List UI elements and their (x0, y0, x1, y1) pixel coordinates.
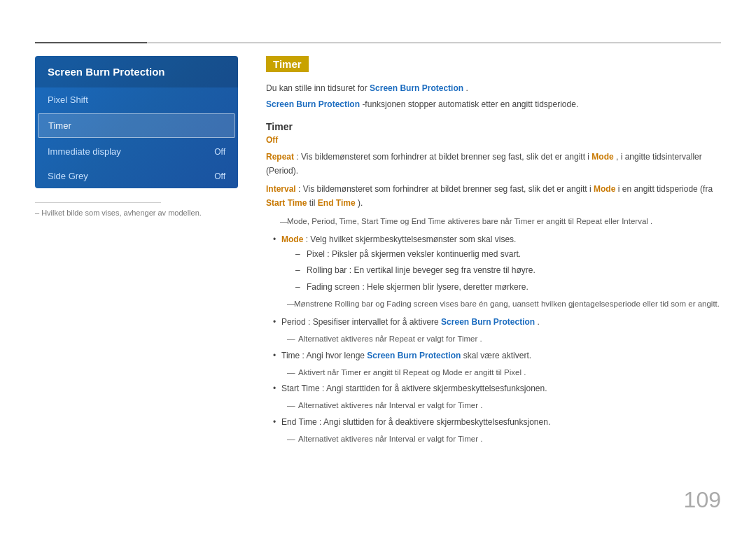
sidebar-item-label: Immediate display (48, 146, 121, 157)
time-bullet: Time : Angi hvor lenge Screen Burn Prote… (273, 349, 721, 363)
time-note: Aktivert når Timer er angitt til Repeat … (287, 366, 721, 379)
intro-text-end: . (465, 83, 468, 93)
sub-bullet-pixel: Pixel : Piksler på skjermen veksler kont… (295, 248, 721, 261)
interval-line: Interval : Vis bildemønsteret som forhin… (266, 183, 721, 211)
sub-bullet-fading: Fading screen : Hele skjermen blir lyser… (295, 281, 721, 294)
start-time-bullet: Start Time : Angi starttiden for å aktiv… (273, 382, 721, 395)
sub-bullet-rolling: Rolling bar : En vertikal linje beveger … (295, 264, 721, 277)
sidebar-item-label: Pixel Shift (48, 94, 88, 105)
start-time-label: Start Time (266, 198, 307, 208)
mode-bullet: Mode : Velg hvilket skjermbeskyttelsesmø… (273, 233, 721, 294)
sub-bullets: Pixel : Piksler på skjermen veksler kont… (281, 248, 721, 294)
sidebar-item-timer[interactable]: Timer (38, 113, 235, 138)
period-bullet-list: Period : Spesifiser intervallet for å ak… (266, 316, 721, 329)
start-time-bullet-list: Start Time : Angi starttiden for å aktiv… (266, 382, 721, 395)
period-note: Alternativet aktiveres når Repeat er val… (287, 332, 721, 345)
time-bullet-list: Time : Angi hvor lenge Screen Burn Prote… (266, 349, 721, 363)
mode-label-1: Mode (592, 152, 613, 162)
start-note: Alternativet aktiveres når Interval er v… (287, 399, 721, 412)
interval-label: Interval (266, 184, 296, 194)
menu-box: Screen Burn Protection Pixel Shift Timer… (35, 56, 238, 188)
section-title: Timer (266, 56, 309, 72)
end-time-bullet: End Time : Angi sluttiden for å deaktive… (273, 416, 721, 429)
timer-heading: Timer (266, 121, 721, 132)
footnote-divider (35, 202, 161, 203)
intro-line-2: Screen Burn Protection -funksjonen stopp… (266, 98, 721, 111)
page-number: 109 (684, 487, 721, 513)
sidebar-item-side-grey[interactable]: Side Grey Off (35, 164, 238, 188)
sidebar-item-pixel-shift[interactable]: Pixel Shift (35, 87, 238, 112)
intro-line-1: Du kan stille inn tidsuret for Screen Bu… (266, 82, 721, 95)
intro-text-plain: Du kan stille inn tidsuret for (266, 83, 370, 93)
left-panel: Screen Burn Protection Pixel Shift Timer… (35, 56, 238, 217)
intro-text-rest: -funksjonen stopper automatisk etter en … (362, 99, 578, 109)
intro-link-sbp: Screen Burn Protection (370, 83, 463, 93)
sidebar-item-label: Side Grey (48, 171, 88, 181)
status-badge: Off (266, 135, 721, 145)
sidebar-item-immediate-display[interactable]: Immediate display Off (35, 139, 238, 164)
menu-title: Screen Burn Protection (35, 56, 238, 87)
sidebar-item-value: Off (214, 147, 225, 157)
period-bullet: Period : Spesifiser intervallet for å ak… (273, 316, 721, 329)
mode-note: Mode, Period, Time, Start Time og End Ti… (280, 215, 721, 227)
mode-bullets: Mode : Velg hvilket skjermbeskyttelsesmø… (266, 233, 721, 294)
sidebar-item-label: Timer (48, 120, 71, 131)
right-panel: Timer Du kan stille inn tidsuret for Scr… (266, 56, 721, 449)
top-bar (35, 42, 721, 43)
repeat-label: Repeat (266, 152, 294, 162)
end-time-label: End Time (318, 198, 356, 208)
footnote-text: – Hvilket bilde som vises, avhenger av m… (35, 209, 238, 217)
end-note: Alternativet aktiveres når Interval er v… (287, 433, 721, 445)
intro-link-sbp2: Screen Burn Protection (266, 99, 360, 109)
rolling-note: Mønstrene Rolling bar og Fading screen v… (287, 297, 721, 310)
end-time-bullet-list: End Time : Angi sluttiden for å deaktive… (266, 416, 721, 429)
repeat-line: Repeat : Vis bildemønsteret som forhindr… (266, 150, 721, 178)
mode-label-2: Mode (594, 184, 615, 194)
sidebar-item-value: Off (214, 171, 225, 181)
top-bar-accent (35, 42, 147, 43)
